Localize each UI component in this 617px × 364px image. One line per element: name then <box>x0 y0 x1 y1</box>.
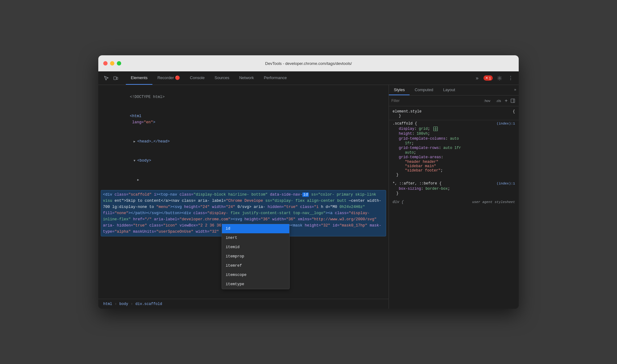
div-rule: div { user agent stylesheet <box>389 199 519 206</box>
tab-performance[interactable]: Performance <box>259 71 291 85</box>
toggle-sidebar-button[interactable] <box>509 97 516 104</box>
tab-network[interactable]: Network <box>234 71 259 85</box>
more-styles-tabs-button[interactable]: » <box>512 85 519 95</box>
settings-button[interactable] <box>495 74 504 83</box>
tree-body-child[interactable]: ▶ <box>106 170 389 189</box>
html-tree[interactable]: <!DOCTYPE html> <html lang="en"> ▶ <head… <box>98 85 389 299</box>
style-prop-grid-template-rows[interactable]: grid-template-rows: auto 1fr <box>393 146 515 150</box>
error-badge[interactable]: ✕ 1 <box>483 75 493 81</box>
devtools-container: Elements Recorder 🔴 Console Sources Netw… <box>98 71 519 309</box>
toolbar-right: ✕ 1 ⋮ <box>481 71 517 85</box>
autocomplete-item-itemscope[interactable]: itemscope <box>222 270 289 280</box>
filter-hov-button[interactable]: :hov <box>482 98 492 103</box>
tree-doctype: <!DOCTYPE html> <box>98 87 389 107</box>
styles-filter-input[interactable] <box>391 99 480 103</box>
filter-cls-button[interactable]: .cls <box>494 98 503 103</box>
tab-recorder[interactable]: Recorder 🔴 <box>152 71 185 85</box>
devtools-toolbar: Elements Recorder 🔴 Console Sources Netw… <box>98 71 519 85</box>
autocomplete-item-itemid[interactable]: itemid <box>222 243 289 252</box>
autocomplete-item-inert[interactable]: inert <box>222 233 289 243</box>
tree-body[interactable]: ▼ <body> <box>102 151 389 170</box>
svg-point-2 <box>499 77 500 79</box>
inspect-element-button[interactable] <box>102 74 111 83</box>
styles-panel: Styles Computed Layout » <box>389 85 519 309</box>
elements-panel: <!DOCTYPE html> <html lang="en"> ▶ <head… <box>98 85 389 309</box>
scaffold-rule: .scaffold { (index):1 display: grid; hei… <box>389 120 519 180</box>
style-prop-display[interactable]: display: grid; <box>393 126 515 131</box>
universal-selector: *, ::after, ::before <box>393 181 437 186</box>
device-toolbar-button[interactable] <box>111 74 120 83</box>
add-style-rule-button[interactable]: + <box>505 98 508 103</box>
div-source[interactable]: user agent stylesheet <box>472 200 515 204</box>
styles-tab-computed[interactable]: Computed <box>410 85 438 95</box>
selected-element-region[interactable]: <div class="scaffold" i><top-nav class="… <box>101 190 386 236</box>
toolbar-icons <box>100 71 126 85</box>
universal-rule: *, ::after, ::before { (index):1 box-siz… <box>389 180 519 199</box>
style-prop-box-sizing[interactable]: box-sizing: border-box; <box>393 186 515 191</box>
autocomplete-item-itemref[interactable]: itemref <box>222 261 289 270</box>
scaffold-source[interactable]: (index):1 <box>497 122 515 125</box>
devtools-window: DevTools - developer.chrome.com/tags/dev… <box>98 55 519 309</box>
close-button[interactable] <box>103 61 108 66</box>
div-selector: div { <box>393 200 404 204</box>
maximize-button[interactable] <box>117 61 121 66</box>
autocomplete-item-id[interactable]: id <box>222 224 289 233</box>
element-style-selector: element.style <box>393 109 422 114</box>
minimize-button[interactable] <box>110 61 114 66</box>
more-tabs-button[interactable]: » <box>473 71 481 85</box>
breadcrumb-html[interactable]: html <box>102 301 113 307</box>
tree-html[interactable]: <html lang="en"> <box>98 107 389 132</box>
svg-rect-3 <box>511 99 515 103</box>
breadcrumb-body[interactable]: body <box>118 301 130 307</box>
autocomplete-item-itemtype[interactable]: itemtype <box>222 280 289 289</box>
tree-head[interactable]: ▶ <head>…</head> <box>102 132 389 151</box>
styles-tab-layout[interactable]: Layout <box>438 85 460 95</box>
universal-source[interactable]: (index):1 <box>497 182 515 185</box>
titlebar: DevTools - developer.chrome.com/tags/dev… <box>98 55 519 71</box>
window-title: DevTools - developer.chrome.com/tags/dev… <box>265 61 352 66</box>
style-prop-grid-template-areas[interactable]: grid-template-areas: <box>393 155 515 160</box>
traffic-lights <box>103 61 121 66</box>
autocomplete-item-itemprop[interactable]: itemprop <box>222 252 289 261</box>
style-prop-height[interactable]: height: 100vh; <box>393 131 515 136</box>
scaffold-selector: .scaffold <box>393 121 413 126</box>
grid-layout-icon[interactable] <box>433 127 438 131</box>
autocomplete-dropdown: id inert itemid itemprop itemref itemsco… <box>222 224 290 289</box>
tab-console[interactable]: Console <box>185 71 210 85</box>
devtools-content: <!DOCTYPE html> <html lang="en"> ▶ <head… <box>98 85 519 309</box>
devtools-tabs: Elements Recorder 🔴 Console Sources Netw… <box>126 71 473 85</box>
breadcrumb-bar: html › body › div.scaffold <box>98 299 389 309</box>
styles-content[interactable]: element.style { } .scaffold { <box>389 106 519 309</box>
style-prop-grid-template-columns[interactable]: grid-template-columns: auto <box>393 136 515 141</box>
more-options-button[interactable]: ⋮ <box>506 74 515 83</box>
styles-filter-bar: :hov .cls + <box>389 95 519 106</box>
svg-rect-1 <box>117 77 118 79</box>
styles-tab-styles[interactable]: Styles <box>389 85 410 95</box>
breadcrumb-div-scaffold[interactable]: div.scaffold <box>134 301 163 307</box>
styles-tabs: Styles Computed Layout » <box>389 85 519 95</box>
svg-rect-0 <box>114 77 116 80</box>
tab-sources[interactable]: Sources <box>210 71 234 85</box>
element-style-section: element.style { } <box>389 109 519 120</box>
tab-elements[interactable]: Elements <box>126 71 152 85</box>
